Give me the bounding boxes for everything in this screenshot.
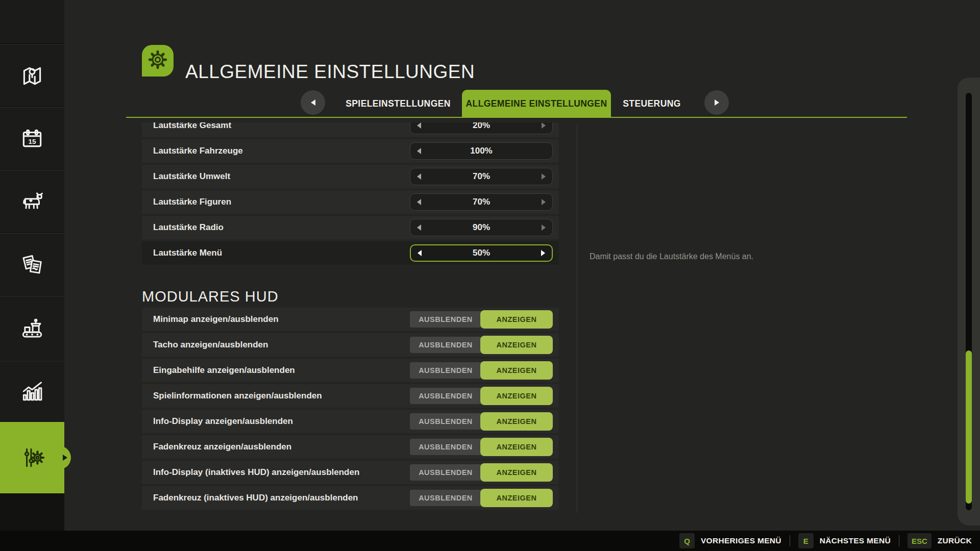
show-button[interactable]: ANZEIGEN [480,438,553,456]
increase-arrow-icon[interactable] [542,122,546,129]
show-hide-toggle: AUSBLENDEN ANZEIGEN [410,412,553,431]
increase-arrow-icon[interactable] [542,173,546,180]
setting-row-minimap[interactable]: Minimap anzeigen/ausblenden AUSBLENDEN A… [142,308,559,331]
key-e-badge: E [798,533,814,548]
setting-row-fadenkreuz-inaktiv[interactable]: Fadenkreuz (inaktives HUD) anzeigen/ausb… [142,486,559,510]
setting-row-lautstaerke-gesamt[interactable]: Lautstärke Gesamt 20% [142,122,559,137]
show-button[interactable]: ANZEIGEN [480,489,553,507]
setting-row-lautstaerke-radio[interactable]: Lautstärke Radio 90% [142,216,559,239]
setting-label: Lautstärke Menü [153,248,222,258]
scrollbar[interactable] [958,78,980,525]
setting-row-fadenkreuz[interactable]: Fadenkreuz anzeigen/ausblenden AUSBLENDE… [142,435,559,459]
setting-label: Lautstärke Radio [153,222,224,233]
show-button[interactable]: ANZEIGEN [480,361,553,380]
tab-steuerung[interactable]: STEUERUNG [611,90,693,117]
show-button[interactable]: ANZEIGEN [480,412,553,431]
tabs-next-button[interactable] [704,90,729,115]
decrease-arrow-icon[interactable] [417,173,421,180]
show-button[interactable]: ANZEIGEN [480,310,553,329]
volume-settings-list: Lautstärke Gesamt 20% Lautstärke Fahrzeu… [142,122,559,267]
show-button[interactable]: ANZEIGEN [480,387,553,405]
show-hide-toggle: AUSBLENDEN ANZEIGEN [410,361,553,380]
map-icon [19,63,45,89]
tab-allgemeine-einstellungen[interactable]: ALLGEMEINE EINSTELLUNGEN [462,90,611,117]
sidebar-item-settings[interactable] [0,422,64,493]
sidebar-item-animals[interactable] [0,170,64,233]
hide-button[interactable]: AUSBLENDEN [410,337,481,353]
decrease-arrow-icon[interactable] [417,148,421,154]
setting-row-lautstaerke-fahrzeuge[interactable]: Lautstärke Fahrzeuge 100% [142,139,559,163]
hide-button[interactable]: AUSBLENDEN [410,311,481,328]
hide-button[interactable]: AUSBLENDEN [410,464,481,481]
setting-row-info-display[interactable]: Info-Display anzeigen/ausblenden AUSBLEN… [142,410,559,433]
hide-button[interactable]: AUSBLENDEN [410,439,481,455]
hide-button[interactable]: AUSBLENDEN [410,413,481,430]
volume-stepper[interactable]: 20% [410,122,553,134]
decrease-arrow-icon[interactable] [417,199,421,205]
key-q-badge: Q [679,533,695,548]
next-menu-button[interactable]: E NÄCHSTES MENÜ [798,533,891,548]
documents-icon [19,252,45,278]
setting-row-lautstaerke-figuren[interactable]: Lautstärke Figuren 70% [142,190,559,214]
scrollbar-track[interactable] [966,93,972,510]
volume-stepper[interactable]: 70% [410,168,553,185]
setting-label: Lautstärke Umwelt [153,171,230,182]
previous-menu-button[interactable]: Q VORHERIGES MENÜ [679,533,781,548]
hint-label: VORHERIGES MENÜ [701,536,781,545]
setting-row-eingabehilfe[interactable]: Eingabehilfe anzeigen/ausblenden AUSBLEN… [142,359,559,382]
hide-button[interactable]: AUSBLENDEN [410,388,481,404]
svg-text:15: 15 [28,137,36,145]
hud-settings-list: Minimap anzeigen/ausblenden AUSBLENDEN A… [142,308,559,512]
increase-arrow-icon[interactable] [542,224,546,231]
back-button[interactable]: ESC ZURÜCK [908,533,972,548]
setting-label: Info-Display anzeigen/ausblenden [153,416,293,427]
increase-arrow-icon[interactable] [542,199,546,205]
volume-stepper[interactable]: 90% [410,219,553,236]
sidebar-item-production[interactable] [0,296,64,360]
setting-row-spielinformationen[interactable]: Spielinformationen anzeigen/ausblenden A… [142,384,559,408]
tabs-prev-button[interactable] [301,90,325,115]
decrease-arrow-icon[interactable] [417,122,421,129]
increase-arrow-icon[interactable] [541,250,545,256]
gear-icon [146,48,169,73]
scrollbar-thumb[interactable] [966,350,972,504]
sidebar-item-contracts[interactable] [0,233,64,295]
setting-row-lautstaerke-umwelt[interactable]: Lautstärke Umwelt 70% [142,165,559,188]
sidebar-item-calendar[interactable]: 15 [0,107,64,169]
stepper-value: 90% [473,222,490,233]
sidebar-item-statistics[interactable] [0,361,64,421]
setting-label: Tacho anzeigen/ausblenden [153,340,268,350]
setting-row-info-display-inaktiv[interactable]: Info-Display (inaktives HUD) anzeigen/au… [142,461,559,484]
chart-icon [19,379,45,404]
setting-label: Lautstärke Gesamt [153,122,231,131]
decrease-arrow-icon[interactable] [418,250,422,256]
show-button[interactable]: ANZEIGEN [480,336,553,354]
decrease-arrow-icon[interactable] [417,224,421,231]
show-hide-toggle: AUSBLENDEN ANZEIGEN [410,489,553,507]
setting-label: Info-Display (inaktives HUD) anzeigen/au… [153,467,359,478]
volume-stepper[interactable]: 100% [410,142,553,160]
tab-spieleinstellungen[interactable]: SPIELEINSTELLUNGEN [334,90,462,117]
key-esc-badge: ESC [908,533,932,548]
volume-stepper[interactable]: 70% [410,193,553,211]
setting-label: Spielinformationen anzeigen/ausblenden [153,391,322,401]
hide-button[interactable]: AUSBLENDEN [410,362,481,379]
hide-button[interactable]: AUSBLENDEN [410,490,481,506]
chevron-right-icon [715,99,719,106]
sidebar: 15 [0,0,64,531]
show-hide-toggle: AUSBLENDEN ANZEIGEN [410,387,553,405]
sidebar-item-map[interactable] [0,44,64,107]
show-hide-toggle: AUSBLENDEN ANZEIGEN [410,438,553,456]
stepper-value: 70% [473,197,490,207]
hint-label: ZURÜCK [938,536,972,545]
volume-stepper[interactable]: 50% [410,244,553,262]
section-heading: MODULARES HUD [142,288,279,305]
active-item-arrow-icon [63,455,67,461]
setting-label: Lautstärke Figuren [153,197,231,207]
help-text: Damit passt du die Lautstärke des Menüs … [590,252,896,261]
tab-underline [126,117,907,118]
setting-row-tacho[interactable]: Tacho anzeigen/ausblenden AUSBLENDEN ANZ… [142,333,559,357]
production-icon [19,316,45,341]
setting-row-lautstaerke-menue[interactable]: Lautstärke Menü 50% [142,241,559,265]
show-button[interactable]: ANZEIGEN [480,463,553,482]
